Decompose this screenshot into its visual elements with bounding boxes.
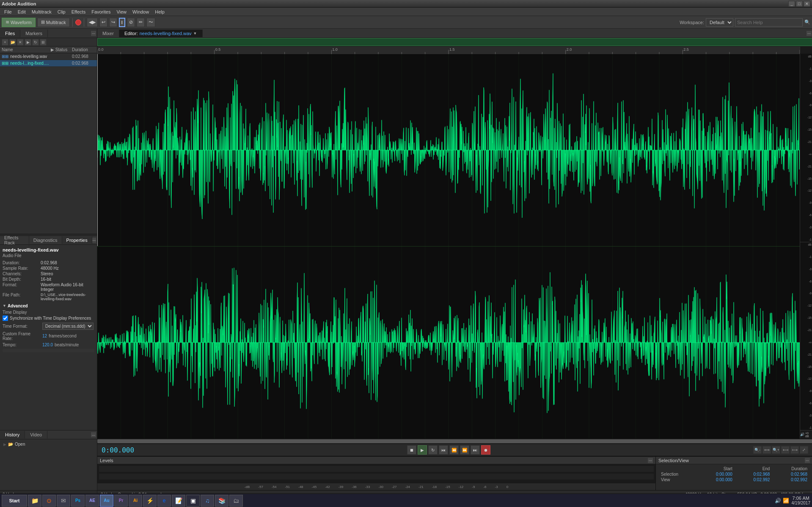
scale-21: -21 (418, 485, 424, 489)
maximize-btn[interactable]: □ (796, 1, 803, 7)
scroll-thumb[interactable] (97, 439, 812, 443)
waveform-btn[interactable]: ≋ Waveform (2, 18, 36, 27)
tool-btn-5[interactable]: ⊘ (127, 18, 135, 27)
overview-strip[interactable] (97, 38, 812, 47)
scale-51: -51 (285, 485, 290, 489)
volume-icon[interactable]: 🔊 (775, 498, 781, 504)
db-corner-icon-1[interactable]: 🔊 (800, 433, 804, 436)
open-file-btn[interactable]: 📂 (9, 39, 16, 46)
taskbar-explorer[interactable]: 📁 (28, 495, 41, 507)
tab-video[interactable]: Video (25, 431, 47, 438)
taskbar-ps[interactable]: Ps (71, 495, 85, 507)
channel1[interactable] (97, 54, 800, 247)
db-top-16: -1 (801, 238, 812, 241)
stop-btn[interactable]: ⏹ (407, 445, 416, 455)
tool-btn-4[interactable]: I (119, 18, 125, 27)
next-btn[interactable]: ⏩ (460, 445, 469, 455)
tab-files[interactable]: Files (0, 30, 20, 37)
menu-clip[interactable]: Clip (55, 8, 68, 15)
zoom-full-btn[interactable]: ⤢ (800, 446, 808, 454)
time-format-select[interactable]: Decimal (mm:ss.ddd) (42, 323, 94, 330)
prev-btn[interactable]: ⏪ (449, 445, 459, 455)
tool-btn-1[interactable]: ◀▶ (87, 18, 98, 27)
file-item-0[interactable]: ⊞⊞ needs-levelling.wav 0:02.968 (0, 53, 97, 60)
menu-edit[interactable]: Edit (15, 8, 28, 15)
zoom-in-v-btn[interactable]: ⟼ (790, 446, 799, 454)
menu-favorites[interactable]: Favorites (89, 8, 113, 15)
tool-btn-3[interactable]: ↪ (109, 18, 117, 27)
minimize-btn[interactable]: _ (788, 1, 795, 7)
menu-file[interactable]: File (2, 8, 14, 15)
taskbar-mail[interactable]: ✉ (57, 495, 70, 507)
history-item-0[interactable]: ▶ 📂 Open (2, 441, 95, 447)
menu-window[interactable]: Window (130, 8, 151, 15)
history-panel-collapse[interactable]: — (91, 432, 96, 437)
taskbar-notepad[interactable]: 📝 (172, 495, 185, 507)
play-file-btn[interactable]: ▶ (25, 39, 31, 46)
waveform-scrollbar[interactable] (97, 438, 812, 444)
insert-btn[interactable]: ⊞ (40, 39, 47, 46)
play-btn[interactable]: ▶ (418, 445, 427, 455)
to-end-btn[interactable]: ⏭ (471, 445, 480, 455)
levels-header: Levels — (97, 457, 655, 464)
file-item-1[interactable]: ⊞⊞ needs-l...ing-fixed.wav 0:02.968 (0, 60, 97, 67)
tool-btn-7[interactable]: 〜 (146, 18, 155, 27)
db-top-7: -15 (801, 128, 812, 131)
window-controls[interactable]: _ □ ✕ (788, 1, 810, 7)
sync-checkbox[interactable] (3, 315, 8, 321)
levels-collapse-btn[interactable]: — (648, 458, 653, 463)
tab-history[interactable]: History (0, 431, 25, 438)
taskbar-library[interactable]: 📚 (215, 495, 228, 507)
start-btn[interactable]: Start (2, 495, 27, 507)
channel2[interactable] (97, 247, 800, 438)
loop-btn[interactable]: ↻ (428, 445, 438, 455)
zoom-out-btn[interactable]: 🔍- (753, 446, 762, 454)
close-file-btn[interactable]: ✕ (17, 39, 24, 46)
taskbar-ae[interactable]: AE (85, 495, 99, 507)
close-btn[interactable]: ✕ (804, 1, 810, 7)
zoom-in-btn[interactable]: 🔍+ (772, 446, 780, 454)
taskbar-media[interactable]: ♫ (201, 495, 214, 507)
zoom-out-v-btn[interactable]: ⟻ (781, 446, 790, 454)
taskbar-edge[interactable]: e (157, 495, 171, 507)
menu-multitrack[interactable]: Multitrack (29, 8, 54, 15)
zoom-in-horizontal-btn[interactable]: ⟺ (762, 446, 771, 454)
tab-editor[interactable]: Editor: needs-levelling-fixed.wav ▼ (119, 30, 203, 37)
new-file-btn[interactable]: + (2, 39, 8, 46)
search-help-input[interactable] (735, 18, 803, 27)
taskbar-ai[interactable]: Ai (129, 495, 142, 507)
network-icon[interactable]: 📶 (783, 498, 789, 504)
tab-mixer[interactable]: Mixer (97, 30, 119, 37)
prop-samplerate-label: Sample Rate: (3, 266, 41, 271)
to-start-btn[interactable]: ⏮ (439, 445, 448, 455)
tempo-value: 120.0 (42, 343, 53, 347)
tab-diagnostics[interactable]: Diagnostics (29, 236, 62, 244)
taskbar-premiere[interactable]: Pr (114, 495, 128, 507)
scale-15: -15 (445, 485, 450, 489)
tab-markers[interactable]: Markers (20, 30, 48, 37)
record-btn[interactable]: ⏺ (481, 445, 490, 455)
props-panel-collapse[interactable]: — (92, 238, 96, 243)
files-panel-collapse[interactable]: — (91, 31, 96, 36)
multitrack-btn[interactable]: ⊞ Multitrack (37, 18, 70, 27)
menu-help[interactable]: Help (152, 8, 167, 15)
taskbar-terminal[interactable]: ▣ (186, 495, 200, 507)
taskbar-audition[interactable]: Au (100, 495, 113, 507)
title-bar: Adobe Audition _ □ ✕ (0, 0, 812, 8)
menu-effects[interactable]: Effects (69, 8, 88, 15)
selection-collapse-btn[interactable]: — (805, 458, 810, 463)
editor-panel-collapse[interactable]: — (806, 31, 812, 36)
tool-btn-6[interactable]: ✏ (137, 18, 145, 27)
taskbar-files2[interactable]: 🗂 (229, 495, 243, 507)
tab-properties[interactable]: Properties (62, 236, 92, 244)
scale-0: 0 (506, 485, 508, 489)
loop-file-btn[interactable]: ↻ (32, 39, 39, 46)
tool-btn-2[interactable]: ↩ (99, 18, 107, 27)
taskbar-flash[interactable]: ⚡ (143, 495, 157, 507)
workspace-select[interactable]: Default (706, 18, 733, 27)
clock[interactable]: 7:06 AM 4/19/2017 (792, 496, 811, 505)
taskbar-chrome[interactable]: ⊙ (42, 495, 56, 507)
menu-view[interactable]: View (114, 8, 129, 15)
db-bot-12: -12 (801, 377, 812, 380)
ruler-right-spacer (800, 47, 812, 54)
